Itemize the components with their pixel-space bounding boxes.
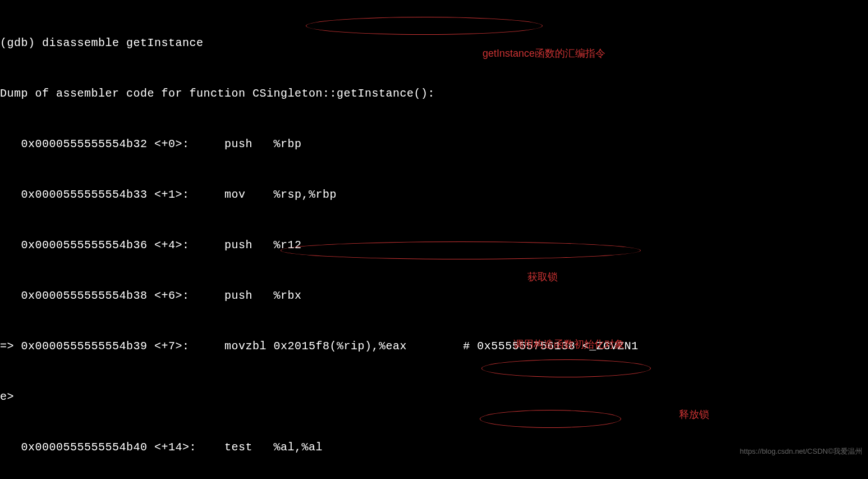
annotation-ctor-init: 调用构造函数初始化对象 [513,337,624,352]
asm-line: 0x0000555555554b38 <+6>: push %rbx [0,288,868,304]
gdb-prompt: (gdb) disassemble getInstance [0,35,868,52]
annotation-release-lock: 释放锁 [679,407,709,422]
annotation-asm-instructions: getInstance函数的汇编指令 [483,46,605,61]
asm-line: 0x0000555555554b32 <+0>: push %rbp [0,136,868,153]
watermark-text: https://blog.csdn.net/CSDN©我爱温州 [740,446,862,457]
asm-line-current: => 0x0000555555554b39 <+7>: movzbl 0x201… [0,338,868,355]
dump-header: Dump of assembler code for function CSin… [0,85,868,102]
asm-line: 0x0000555555554b40 <+14>: test %al,%al [0,439,868,456]
asm-line: 0x0000555555554b33 <+1>: mov %rsp,%rbp [0,186,868,203]
asm-line: e> [0,389,868,405]
annotation-acquire-lock: 获取锁 [527,270,558,285]
terminal-output[interactable]: (gdb) disassemble getInstance Dump of as… [0,0,868,479]
asm-line: 0x0000555555554b36 <+4>: push %r12 [0,237,868,254]
